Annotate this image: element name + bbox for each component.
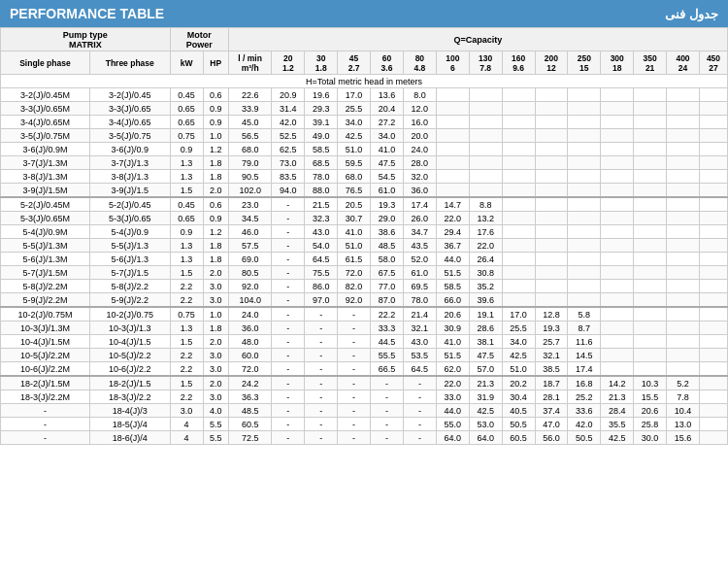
flow-val-8: 20012 (535, 51, 568, 75)
capacity-header: Q=Capacity (228, 28, 727, 51)
pump-type-header: Pump type MATRIX (1, 28, 171, 51)
page-title-arabic: جدول فنی (665, 7, 718, 21)
table-row: 5-2(J)/0.45M5-2(J)/0.450.450.623.0-21.52… (1, 197, 728, 212)
table-row: 18-3(J)/2.2M18-3(J)/2.22.23.036.3-----33… (1, 390, 728, 404)
table-row: -18-4(J)/33.04.048.5-----44.042.540.537.… (1, 404, 728, 418)
hp-header: HP (203, 51, 228, 75)
page-title: PERFORMANCE TABLE (10, 6, 164, 21)
table-row: 3-8(J)/1.3M3-8(J)/1.31.31.890.583.578.06… (1, 170, 728, 184)
table-row: 5-9(J)/2.2M5-9(J)/2.22.23.0104.0-97.092.… (1, 293, 728, 308)
table-row: 5-6(J)/1.3M5-6(J)/1.31.31.869.0-64.561.5… (1, 253, 728, 266)
single-phase-header: Single phase (1, 51, 90, 75)
table-row: 5-5(J)/1.3M5-5(J)/1.31.31.857.5-54.051.0… (1, 239, 728, 253)
table-row: 10-6(J)/2.2M10-6(J)/2.22.23.072.0---66.5… (1, 362, 728, 377)
flow-val-7: 1609.6 (502, 51, 535, 75)
flow-val-2: 452.7 (338, 51, 371, 75)
table-row: 3-3(J)/0.65M3-3(J)/0.650.650.933.931.429… (1, 102, 728, 116)
table-row: 3-2(J)/0.45M3-2(J)/0.450.450.622.620.919… (1, 88, 728, 102)
flow-val-0: 201.2 (272, 51, 305, 75)
main-header-row: Pump type MATRIX Motor Power Q=Capacity (1, 28, 728, 51)
flow-val-10: 30018 (601, 51, 634, 75)
flow-val-13: 45027 (699, 51, 727, 75)
flow-lmin-header: l / min m³/h (228, 51, 271, 75)
table-row: -18-6(J)/445.572.5-----64.064.060.556.05… (1, 431, 728, 445)
kw-header: kW (170, 51, 203, 75)
table-row: 3-9(J)/1.5M3-9(J)/1.51.52.0102.094.088.0… (1, 184, 728, 198)
table-row: 10-2(J)/0.75M10-2(J)/0.750.751.024.0---2… (1, 307, 728, 322)
table-row: 5-3(J)/0.65M5-3(J)/0.650.650.934.5-32.33… (1, 212, 728, 225)
motor-header: Motor Power (170, 28, 228, 51)
flow-val-1: 301.8 (305, 51, 338, 75)
table-row: 3-4(J)/0.65M3-4(J)/0.650.650.945.042.039… (1, 116, 728, 129)
three-phase-header: Three phase (89, 51, 170, 75)
flow-val-12: 40024 (667, 51, 700, 75)
flow-val-11: 35021 (634, 51, 667, 75)
table-row: 5-4(J)/0.9M5-4(J)/0.90.91.246.0-43.041.0… (1, 225, 728, 239)
header: PERFORMANCE TABLE جدول فنی (0, 0, 728, 27)
flow-val-9: 25015 (568, 51, 601, 75)
table-row: 3-5(J)/0.75M3-5(J)/0.750.751.056.552.549… (1, 129, 728, 143)
sub-header-row: Single phase Three phase kW HP l / min m… (1, 51, 728, 75)
flow-val-6: 1307.8 (469, 51, 502, 75)
table-row: 5-7(J)/1.5M5-7(J)/1.51.52.080.5-75.572.0… (1, 266, 728, 280)
table-row: 10-3(J)/1.3M10-3(J)/1.31.31.836.0---33.3… (1, 322, 728, 335)
table-row: -18-5(J)/445.560.5-----55.053.050.547.04… (1, 418, 728, 431)
flow-val-5: 1006 (436, 51, 469, 75)
table-row: 10-4(J)/1.5M10-4(J)/1.51.52.048.0---44.5… (1, 335, 728, 349)
note-row: H=Total metric head in meters (1, 75, 728, 88)
table-row: 18-2(J)/1.5M18-2(J)/1.51.52.024.2-----22… (1, 376, 728, 390)
flow-val-4: 804.8 (403, 51, 436, 75)
table-row: 3-6(J)/0.9M3-6(J)/0.90.91.268.062.558.55… (1, 143, 728, 156)
flow-val-3: 603.6 (371, 51, 404, 75)
table-row: 5-8(J)/2.2M5-8(J)/2.22.23.092.0-86.082.0… (1, 280, 728, 293)
table-row: 3-7(J)/1.3M3-7(J)/1.31.31.879.073.068.55… (1, 156, 728, 170)
table-row: 10-5(J)/2.2M10-5(J)/2.22.23.060.0---55.5… (1, 349, 728, 362)
